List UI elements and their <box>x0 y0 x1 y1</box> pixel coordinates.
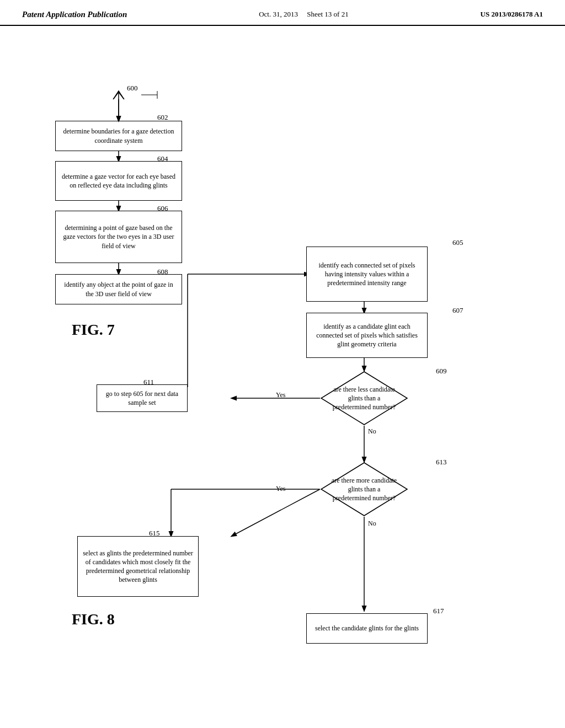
header-center: Oct. 31, 2013 Sheet 13 of 21 <box>259 10 349 19</box>
diamond-609: are there less candidate glints than a p… <box>320 371 408 426</box>
box-605: identify each connected set of pixels ha… <box>306 247 428 302</box>
yes-613-label: Yes <box>276 485 285 493</box>
diamond-613: are there more candidate glints than a p… <box>320 462 408 517</box>
box-607: identify as a candidate glint each conne… <box>306 313 428 358</box>
box-611: go to step 605 for next data sample set <box>97 384 188 412</box>
svg-line-9 <box>232 489 320 536</box>
diamond-609-text: are there less candidate glints than a p… <box>320 385 408 412</box>
diamond-613-text: are there more candidate glints than a p… <box>320 476 408 503</box>
box-608: identify any object at the point of gaze… <box>55 274 182 304</box>
step-605-label: 605 <box>452 238 463 247</box>
page-header: Patent Application Publication Oct. 31, … <box>0 0 565 26</box>
publication-title: Patent Application Publication <box>22 10 127 19</box>
box-617: select the candidate glints for the glin… <box>306 613 428 644</box>
step-613-label: 613 <box>436 458 447 467</box>
step-609-label: 609 <box>436 367 447 376</box>
sheet-info: Sheet 13 of 21 <box>307 10 348 18</box>
pub-date: Oct. 31, 2013 <box>259 10 298 18</box>
diagram-area: 600 602 determine boundaries for a gaze … <box>0 26 565 699</box>
box-602: determine boundaries for a gaze detectio… <box>55 121 182 151</box>
box-604: determine a gaze vector for each eye bas… <box>55 161 182 201</box>
no-613-label: No <box>368 520 376 528</box>
box-615: select as glints the predetermined numbe… <box>77 536 199 597</box>
step-600-label: 600 <box>127 84 138 93</box>
patent-number: US 2013/0286178 A1 <box>481 10 543 19</box>
fig8-label: FIG. 8 <box>72 611 115 628</box>
box-606: determining a point of gaze based on the… <box>55 211 182 263</box>
step-617-label: 617 <box>433 607 444 615</box>
step-607-label: 607 <box>452 306 463 315</box>
no-609-label: No <box>368 427 376 436</box>
fig7-label: FIG. 7 <box>72 321 115 339</box>
yes-609-label: Yes <box>276 391 285 399</box>
